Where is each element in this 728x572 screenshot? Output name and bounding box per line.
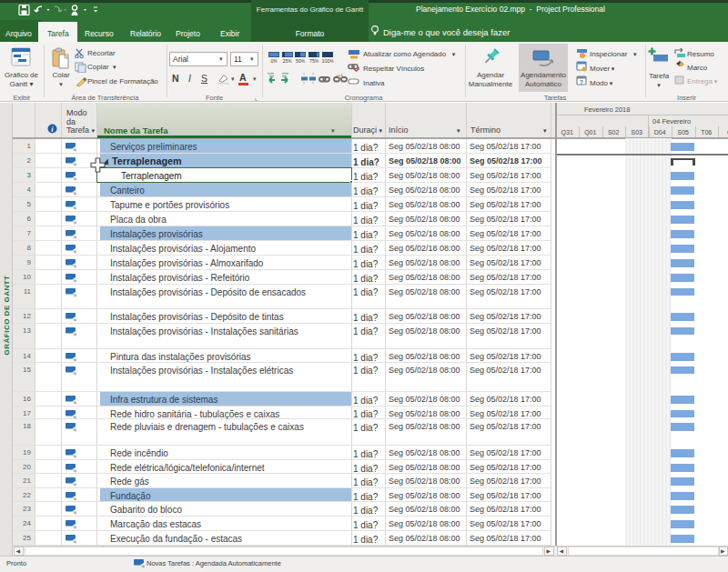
svg-text:?: ?	[580, 79, 583, 85]
